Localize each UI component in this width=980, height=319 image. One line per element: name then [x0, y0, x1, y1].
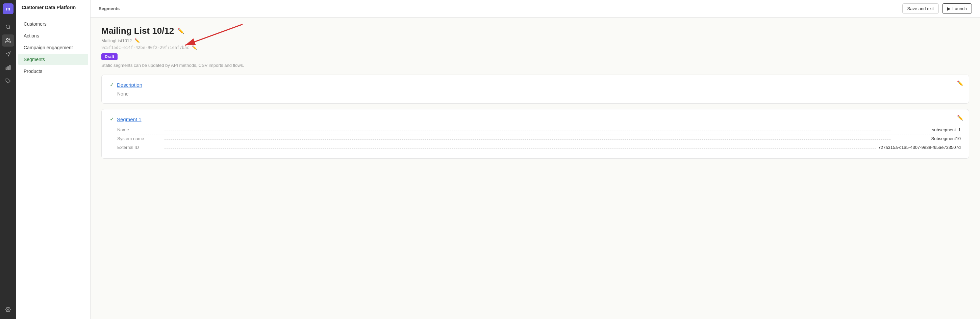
sidebar-item-customers[interactable]: Customers	[18, 18, 88, 30]
avatar[interactable]: m	[3, 3, 14, 14]
page-title: Mailing List 10/12	[101, 25, 174, 36]
content-area: Mailing List 10/12 ✏️ MailingList1012 ✏️…	[91, 17, 980, 319]
segment-table: Name subsegment_1 System name Subsegment…	[110, 125, 961, 152]
svg-point-6	[8, 309, 9, 310]
sidebar-item-actions[interactable]: Actions	[18, 30, 88, 41]
icon-bar: m	[0, 0, 16, 319]
topbar-section-title: Segments	[99, 6, 899, 11]
subtitle-row: MailingList1012 ✏️	[101, 38, 969, 43]
launch-button[interactable]: ▶ Launch	[942, 3, 972, 14]
svg-rect-2	[10, 65, 11, 70]
description-card-header: ✓ Description	[110, 82, 961, 88]
page-header: Mailing List 10/12 ✏️ MailingList1012 ✏️…	[101, 25, 969, 68]
external-id-value: 727a315a-c1a5-4307-9e38-f65ae733507d	[878, 145, 961, 150]
description-check-icon: ✓	[110, 82, 114, 88]
puzzle-icon[interactable]	[2, 75, 14, 87]
sidebar-item-campaign-engagement[interactable]: Campaign engagement	[18, 42, 88, 53]
launch-label: Launch	[952, 6, 967, 11]
table-row: System name Subsegment10	[117, 134, 961, 143]
description-card: ✓ Description ✏️ None	[101, 75, 969, 104]
name-value: subsegment_1	[893, 127, 961, 132]
table-row: Name subsegment_1	[117, 125, 961, 134]
svg-rect-3	[8, 67, 9, 70]
sidebar: Customer Data Platform Customers Actions…	[16, 0, 91, 319]
segment-card: ✓ Segment 1 ✏️ Name subsegment_1 System …	[101, 109, 969, 159]
megaphone-icon[interactable]	[2, 48, 14, 60]
draft-badge: Draft	[101, 53, 118, 60]
svg-rect-4	[6, 68, 7, 70]
page-subtitle: MailingList1012	[101, 38, 132, 43]
system-name-dots	[164, 140, 891, 140]
name-label: Name	[117, 127, 161, 132]
id-row: 9c5f15dc-e14f-42be-90f2-29f71eaf7bac ✏️	[101, 45, 969, 50]
main-area: Segments Save and exit ▶ Launch Mailing …	[91, 0, 980, 319]
sidebar-nav: Customers Actions Campaign engagement Se…	[16, 15, 90, 80]
topbar: Segments Save and exit ▶ Launch	[91, 0, 980, 17]
sidebar-title: Customer Data Platform	[16, 0, 90, 15]
system-name-value: Subsegment10	[893, 136, 961, 141]
sidebar-item-products[interactable]: Products	[18, 65, 88, 77]
save-and-exit-button[interactable]: Save and exit	[902, 3, 939, 14]
table-row: External ID 727a315a-c1a5-4307-9e38-f65a…	[117, 143, 961, 152]
title-row: Mailing List 10/12 ✏️	[101, 25, 969, 36]
external-id-label: External ID	[117, 145, 161, 150]
svg-point-0	[6, 25, 10, 29]
description-card-title[interactable]: Description	[117, 82, 142, 88]
segment-card-header: ✓ Segment 1	[110, 116, 961, 122]
search-icon[interactable]	[2, 21, 14, 33]
segment-edit-button[interactable]: ✏️	[957, 115, 963, 121]
system-name-label: System name	[117, 136, 161, 141]
sidebar-item-segments[interactable]: Segments	[18, 54, 88, 65]
svg-point-1	[6, 38, 8, 40]
segment-check-icon: ✓	[110, 116, 114, 122]
gear-icon[interactable]	[2, 303, 14, 316]
segment-card-title[interactable]: Segment 1	[117, 116, 142, 122]
description-edit-button[interactable]: ✏️	[957, 80, 963, 86]
subtitle-edit-icon[interactable]: ✏️	[134, 38, 140, 43]
description-value: None	[110, 91, 961, 97]
id-edit-icon[interactable]: ✏️	[192, 45, 197, 50]
title-edit-icon[interactable]: ✏️	[177, 28, 184, 34]
page-id: 9c5f15dc-e14f-42be-90f2-29f71eaf7bac	[101, 45, 189, 50]
people-icon[interactable]	[2, 35, 14, 47]
static-note: Static segments can be updated by API me…	[101, 63, 969, 68]
external-id-dots	[164, 148, 876, 149]
play-icon: ▶	[947, 6, 951, 11]
barchart-icon[interactable]	[2, 62, 14, 74]
